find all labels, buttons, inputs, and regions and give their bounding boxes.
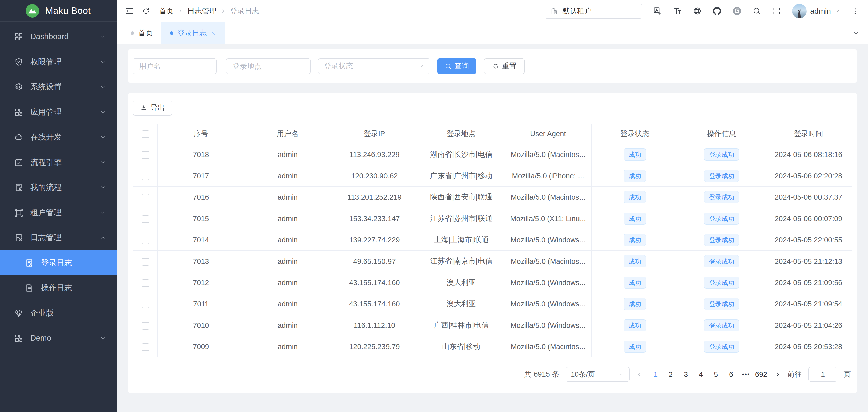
next-page-button[interactable] <box>774 371 781 378</box>
more-options-icon[interactable] <box>851 7 859 15</box>
search-button[interactable]: 查询 <box>437 58 476 74</box>
row-checkbox[interactable] <box>142 258 149 265</box>
table-row: 7018 admin 113.246.93.229 湖南省|长沙市|电信 Moz… <box>133 144 852 165</box>
status-select[interactable]: 登录状态 <box>318 58 430 74</box>
search-icon[interactable] <box>752 6 761 15</box>
row-checkbox[interactable] <box>142 215 149 223</box>
goto-page-input[interactable] <box>808 367 837 382</box>
row-checkbox[interactable] <box>142 301 149 308</box>
operation-badge[interactable]: 登录成功 <box>704 149 739 161</box>
sidebar-item-system-settings[interactable]: 系统设置 <box>0 74 117 99</box>
sidebar-item-login-log[interactable]: 登录日志 <box>0 250 117 275</box>
sidebar-item-enterprise[interactable]: 企业版 <box>0 300 117 325</box>
sidebar-item-tenant[interactable]: 租户管理 <box>0 200 117 225</box>
document-check-icon <box>14 233 23 243</box>
row-checkbox[interactable] <box>142 236 149 244</box>
fullscreen-icon[interactable] <box>772 6 781 15</box>
diamond-icon <box>14 309 23 318</box>
username-input[interactable] <box>133 58 217 74</box>
chevron-up-icon <box>99 234 106 241</box>
operation-badge[interactable]: 登录成功 <box>704 191 739 203</box>
operation-badge[interactable]: 登录成功 <box>704 255 739 267</box>
sidebar-item-my-workflow[interactable]: 我的流程 <box>0 175 117 200</box>
app-grid-icon <box>14 107 23 117</box>
tab-list-dropdown[interactable] <box>844 22 868 44</box>
chevron-down-icon <box>99 59 106 65</box>
cell-username: admin <box>244 165 331 187</box>
sidebar-item-demo[interactable]: Demo <box>0 325 117 351</box>
sidebar-item-label: 流程引擎 <box>30 157 62 167</box>
font-size-icon[interactable] <box>673 6 682 15</box>
row-checkbox[interactable] <box>142 343 149 351</box>
sidebar-item-application[interactable]: 应用管理 <box>0 99 117 125</box>
export-button[interactable]: 导出 <box>133 100 172 116</box>
page-number[interactable]: 1 <box>649 367 662 382</box>
cell-time: 2024-05-05 21:09:56 <box>765 272 852 293</box>
github-icon[interactable] <box>713 6 721 15</box>
sidebar-item-log-management[interactable]: 日志管理 <box>0 225 117 250</box>
status-badge: 成功 <box>624 170 646 182</box>
page-number[interactable]: 5 <box>709 367 722 382</box>
translate-icon[interactable] <box>653 6 662 15</box>
page-size-select[interactable]: 10条/页 <box>566 367 629 382</box>
prev-page-button[interactable] <box>636 371 643 378</box>
operation-badge[interactable]: 登录成功 <box>704 234 739 246</box>
location-input[interactable] <box>226 58 311 74</box>
page-number[interactable]: 2 <box>664 367 677 382</box>
cell-time: 2024-05-05 20:53:28 <box>765 336 852 357</box>
row-checkbox[interactable] <box>142 194 149 201</box>
page-number-last[interactable]: 692 <box>755 367 768 382</box>
sidebar-item-operation-log[interactable]: 操作日志 <box>0 275 117 300</box>
chevron-down-icon <box>853 30 860 37</box>
refresh-icon[interactable] <box>142 7 150 15</box>
cell-location: 广西|桂林市|电信 <box>418 315 505 336</box>
sidebar-item-workflow-engine[interactable]: 流程引擎 <box>0 150 117 175</box>
chevron-down-icon <box>99 134 106 140</box>
select-all-checkbox[interactable] <box>142 130 149 138</box>
tenant-select-value: 默认租户 <box>562 6 592 16</box>
col-header-operation: 操作信息 <box>678 124 765 144</box>
breadcrumb-log-management[interactable]: 日志管理 <box>187 6 216 16</box>
cell-ip: 49.65.150.97 <box>331 251 418 272</box>
cell-time: 2024-05-06 02:20:28 <box>765 165 852 187</box>
globe-icon[interactable] <box>693 6 702 15</box>
tab-bar: 首页 登录日志 <box>117 22 868 44</box>
app-window: Maku Boot Dashboard 权限管理 系统设置 应用管理 <box>0 0 868 412</box>
main-area: 首页 日志管理 登录日志 默认租户 ad <box>117 0 868 412</box>
tenant-select[interactable]: 默认租户 <box>545 3 642 19</box>
sidebar-item-permission[interactable]: 权限管理 <box>0 49 117 74</box>
cell-ip: 113.246.93.229 <box>331 144 418 165</box>
table-row: 7010 admin 116.1.112.10 广西|桂林市|电信 Mozill… <box>133 315 852 336</box>
collapse-sidebar-icon[interactable] <box>125 6 134 15</box>
chevron-down-icon <box>99 335 106 341</box>
more-pages-icon[interactable]: ••• <box>740 367 753 382</box>
operation-badge[interactable]: 登录成功 <box>704 341 739 353</box>
close-icon[interactable] <box>211 30 216 36</box>
cell-location: 澳大利亚 <box>418 293 505 315</box>
row-checkbox[interactable] <box>142 322 149 329</box>
gitee-icon[interactable] <box>733 6 741 15</box>
operation-badge[interactable]: 登录成功 <box>704 277 739 289</box>
chevron-down-icon <box>619 372 624 377</box>
sidebar-item-dashboard[interactable]: Dashboard <box>0 24 117 49</box>
page-number[interactable]: 3 <box>679 367 692 382</box>
sidebar: Maku Boot Dashboard 权限管理 系统设置 应用管理 <box>0 0 117 412</box>
sidebar-item-online-dev[interactable]: 在线开发 <box>0 125 117 150</box>
user-menu[interactable]: admin <box>792 4 840 18</box>
row-checkbox[interactable] <box>142 172 149 180</box>
tab-login-log[interactable]: 登录日志 <box>161 22 225 44</box>
cell-username: admin <box>244 251 331 272</box>
row-checkbox[interactable] <box>142 279 149 287</box>
reset-button[interactable]: 重置 <box>484 58 525 74</box>
operation-badge[interactable]: 登录成功 <box>704 213 739 225</box>
sidebar-item-label: 系统设置 <box>30 82 62 92</box>
cell-location: 湖南省|长沙市|电信 <box>418 144 505 165</box>
operation-badge[interactable]: 登录成功 <box>704 170 739 182</box>
breadcrumb-home[interactable]: 首页 <box>159 6 174 16</box>
operation-badge[interactable]: 登录成功 <box>704 298 739 310</box>
row-checkbox[interactable] <box>142 151 149 159</box>
page-number[interactable]: 6 <box>724 367 738 382</box>
tab-home[interactable]: 首页 <box>122 22 161 44</box>
operation-badge[interactable]: 登录成功 <box>704 319 739 331</box>
page-number[interactable]: 4 <box>694 367 707 382</box>
